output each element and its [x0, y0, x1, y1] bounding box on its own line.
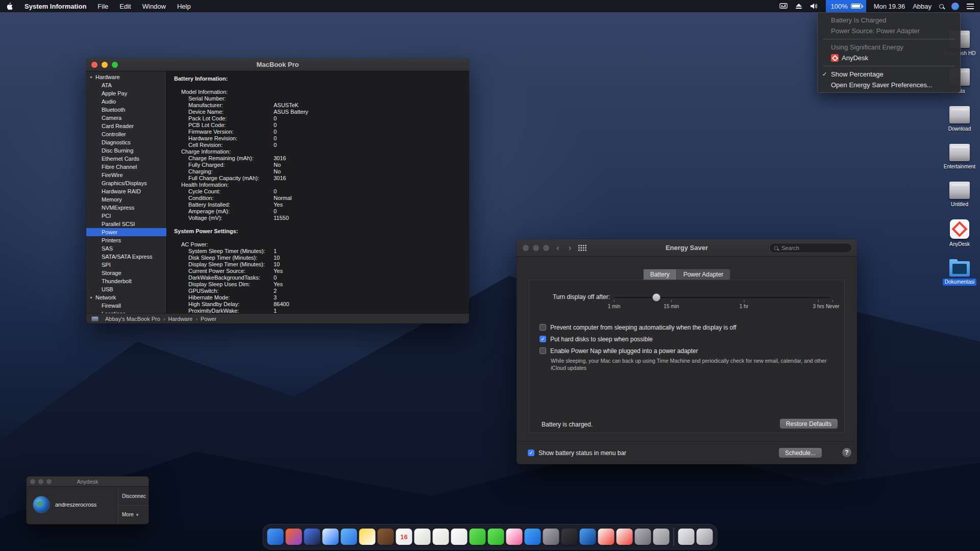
dock-item[interactable]: [304, 529, 321, 545]
zoom-button[interactable]: [543, 245, 549, 251]
checkbox[interactable]: ✓: [540, 336, 546, 342]
menu-item[interactable]: File: [97, 3, 108, 10]
dock-item[interactable]: [359, 529, 376, 545]
titlebar[interactable]: Anydesk: [27, 477, 149, 487]
sidebar-item[interactable]: ▼ Hardware: [86, 73, 166, 81]
dock-item[interactable]: [653, 529, 670, 545]
dock-item[interactable]: [286, 529, 302, 545]
sidebar-item[interactable]: ▼ Storage: [86, 269, 166, 277]
sidebar-item[interactable]: ▼ Controller: [86, 130, 166, 138]
menu-item[interactable]: ✓ Using Significant Energy: [818, 42, 960, 53]
sidebar-item[interactable]: ▼ Graphics/Displays: [86, 179, 166, 187]
sidebar-item[interactable]: ▼ Apple Pay: [86, 89, 166, 97]
desktop-icon[interactable]: Entertainment: [941, 144, 978, 170]
sidebar-item[interactable]: ▼ Camera: [86, 114, 166, 122]
menu-item[interactable]: ✓ Show Percentage: [818, 69, 960, 80]
dock-item[interactable]: [598, 529, 615, 545]
sidebar-item[interactable]: ▼ Parallel SCSI: [86, 220, 166, 228]
slider-thumb[interactable]: [652, 293, 660, 302]
breadcrumb-segment[interactable]: Hardware: [168, 316, 193, 322]
sidebar-item[interactable]: ▼ SAS: [86, 244, 166, 253]
sidebar-item[interactable]: ▼ SPI: [86, 261, 166, 269]
dock-item[interactable]: [697, 529, 713, 545]
dock-item[interactable]: [525, 529, 541, 545]
tab[interactable]: Power Adapter: [677, 269, 731, 280]
show-all-icon[interactable]: [578, 245, 586, 251]
display-icon[interactable]: [779, 3, 788, 9]
sidebar-item[interactable]: ▼ USB: [86, 285, 166, 293]
dock-item[interactable]: [267, 529, 284, 545]
sidebar-item[interactable]: ▼ PCI: [86, 212, 166, 220]
menu-bar-user[interactable]: Abbay: [913, 3, 932, 10]
sidebar-item[interactable]: ▼ Firewall: [86, 302, 166, 310]
titlebar[interactable]: MacBook Pro: [86, 58, 469, 71]
checkbox[interactable]: ✓: [540, 347, 546, 354]
sidebar-item[interactable]: ▼ Fibre Channel: [86, 163, 166, 171]
dock-item[interactable]: [470, 529, 486, 545]
close-button[interactable]: [523, 245, 529, 251]
schedule-button[interactable]: Schedule...: [778, 447, 822, 458]
disconnect-button[interactable]: Disconnec: [118, 487, 149, 505]
back-button[interactable]: ‹: [554, 243, 561, 252]
disclosure-triangle-icon[interactable]: ▼: [89, 296, 95, 299]
menu-item[interactable]: ✓ AnyDesk: [818, 53, 960, 63]
dock-item[interactable]: [561, 529, 578, 545]
spotlight-search-icon[interactable]: [939, 4, 944, 9]
dock-item[interactable]: [341, 529, 357, 545]
dock-item[interactable]: [414, 529, 431, 545]
menu-bar-clock[interactable]: Mon 19.36: [874, 3, 905, 10]
sidebar-item[interactable]: ▼ FireWire: [86, 171, 166, 179]
desktop-icon[interactable]: Untitled: [941, 182, 978, 208]
menu-item[interactable]: ✓ Battery Is Charged: [818, 15, 960, 26]
dock-item[interactable]: [488, 529, 504, 545]
toolbar[interactable]: ‹ › Energy Saver Search: [517, 239, 857, 257]
sidebar-item[interactable]: ▼ Ethernet Cards: [86, 155, 166, 163]
show-battery-status-row[interactable]: ✓ Show battery status in menu bar: [528, 448, 626, 457]
eject-icon[interactable]: [795, 3, 802, 9]
breadcrumb-segment[interactable]: Abbay's MacBook Pro: [105, 316, 160, 322]
sidebar-item[interactable]: ▼ NVMExpress: [86, 204, 166, 212]
tab[interactable]: Battery: [643, 269, 677, 280]
sidebar-item[interactable]: ▼ Diagnostics: [86, 138, 166, 146]
dock-item[interactable]: [580, 529, 596, 545]
disclosure-triangle-icon[interactable]: ▼: [89, 76, 95, 79]
menu-item[interactable]: ✓: [823, 39, 955, 39]
sidebar-item[interactable]: ▼ Card Reader: [86, 122, 166, 130]
dock-item[interactable]: [433, 529, 449, 545]
apple-menu[interactable]: [6, 2, 13, 11]
checkbox[interactable]: ✓: [528, 449, 534, 456]
sidebar-item[interactable]: ▼ ATA: [86, 81, 166, 89]
sidebar-item[interactable]: ▼ SATA/SATA Express: [86, 253, 166, 261]
dock-item[interactable]: [678, 529, 695, 545]
checkbox[interactable]: ✓: [540, 324, 546, 331]
volume-icon[interactable]: [810, 3, 818, 10]
siri-icon[interactable]: [951, 3, 959, 10]
menu-item[interactable]: Help: [177, 3, 191, 10]
desktop-icon[interactable]: Dokumentasi: [941, 259, 978, 286]
menu-item[interactable]: ✓: [823, 66, 955, 66]
dock-item[interactable]: [674, 528, 674, 546]
dock-item[interactable]: [323, 529, 339, 545]
restore-defaults-button[interactable]: Restore Defaults: [779, 418, 838, 429]
forward-button[interactable]: ›: [567, 243, 574, 252]
more-dropdown[interactable]: More ▾: [118, 505, 149, 523]
dock-item[interactable]: [506, 529, 523, 545]
dock-item[interactable]: [451, 529, 468, 545]
dock-item[interactable]: [617, 529, 633, 545]
sidebar-item[interactable]: ▼ Hardware RAID: [86, 187, 166, 195]
menu-item[interactable]: ✓ Power Source: Power Adapter: [818, 26, 960, 36]
sidebar-item[interactable]: ▼ Memory: [86, 195, 166, 204]
menu-item[interactable]: Window: [142, 3, 166, 10]
dock-item[interactable]: [378, 529, 394, 545]
notification-center-icon[interactable]: [967, 4, 974, 9]
minimize-button[interactable]: [533, 245, 539, 251]
battery-menu-extra[interactable]: 100%: [826, 0, 866, 12]
dock-item[interactable]: 16: [396, 529, 412, 545]
sidebar-item[interactable]: ▼ Locations: [86, 310, 166, 313]
sidebar-item[interactable]: ▼ Audio: [86, 97, 166, 106]
help-button[interactable]: ?: [842, 447, 852, 458]
app-menu-title[interactable]: System Information: [24, 3, 86, 10]
sidebar-item[interactable]: ▼ Power: [86, 228, 166, 236]
display-off-slider[interactable]: 1 min 15 min 1 hr: [614, 289, 830, 315]
menu-item[interactable]: ✓ Open Energy Saver Preferences...: [818, 80, 960, 90]
